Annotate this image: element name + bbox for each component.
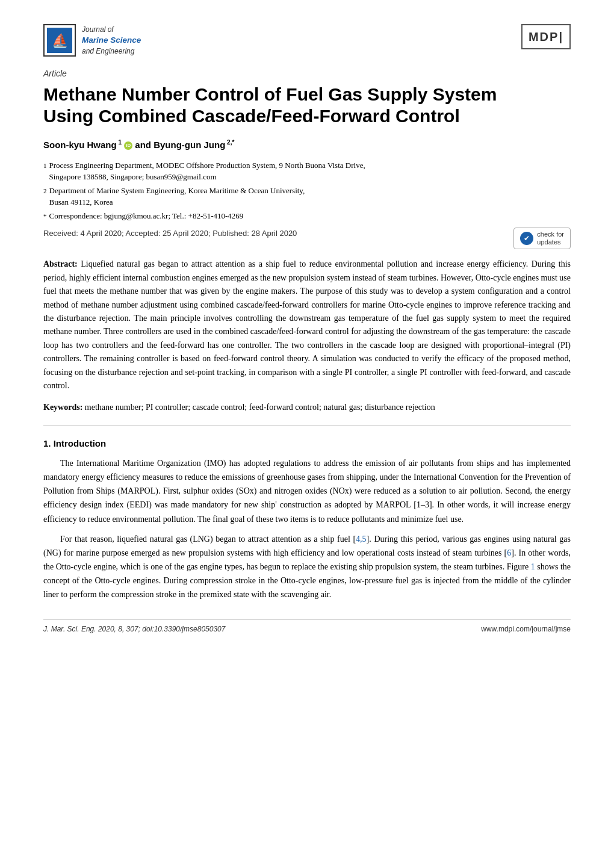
affiliation-2: 2 Department of Marine System Engineerin… [43,185,571,208]
journal-title-line2: Marine Science [82,35,141,46]
affil-text-corr: Correspondence: bgjung@kmou.ac.kr; Tel.:… [49,210,244,222]
abstract-label: Abstract: [43,259,78,268]
affil-text-2: Department of Marine System Engineering,… [49,185,305,208]
affil-num-1: 1 [43,160,47,183]
mdpi-logo: MDP| [521,24,571,49]
journal-logo-icon: ⛵ [52,31,68,51]
author-and: and Byung-gun Jung [135,140,225,150]
author1-sup: 1 [117,139,122,146]
ref-link-4-5[interactable]: 4,5 [356,535,367,544]
check-updates-icon: ✔ [520,232,533,245]
journal-title-block: Journal of Marine Science and Engineerin… [82,24,141,57]
dates-row: Received: 4 April 2020; Accepted: 25 Apr… [43,228,571,249]
keywords-label: Keywords: [43,403,82,412]
affiliation-correspondence: * Correspondence: bgjung@kmou.ac.kr; Tel… [43,210,571,222]
section1-heading: 1. Introduction [43,437,571,451]
affil-num-corr: * [43,210,47,222]
orcid-icon[interactable]: iD [124,141,132,150]
abstract-text: Abstract: Liquefied natural gas began to… [43,258,571,392]
check-updates-badge[interactable]: ✔ check for updates [513,228,571,249]
article-label: Article [43,67,571,80]
section1-para1: The International Maritime Organization … [43,456,571,525]
journal-title-line1: Journal of [82,24,141,35]
footer-doi: J. Mar. Sci. Eng. 2020, 8, 307; doi:10.3… [43,624,225,634]
main-title: Methane Number Control of Fuel Gas Suppl… [43,84,571,127]
ref-link-6[interactable]: 6 [507,548,511,557]
journal-logo-inner: ⛵ [47,28,72,53]
journal-title-line3: and Engineering [82,46,141,57]
author1-name: Soon-kyu Hwang [43,140,117,150]
journal-logo: ⛵ Journal of Marine Science and Engineer… [43,24,141,57]
check-updates-text: check for updates [537,231,564,246]
affiliations: 1 Process Engineering Department, MODEC … [43,160,571,222]
keywords-section: Keywords: methane number; PI controller;… [43,401,571,414]
author2-sup: 2,* [225,139,234,146]
ref-link-fig1[interactable]: 1 [531,562,535,571]
footer-url: www.mdpi.com/journal/jmse [481,624,571,634]
affil-text-1: Process Engineering Department, MODEC Of… [49,160,365,183]
keywords-text: methane number; PI controller; cascade c… [82,403,435,412]
abstract-section: Abstract: Liquefied natural gas began to… [43,258,571,392]
journal-logo-box: ⛵ [43,24,76,57]
page-footer: J. Mar. Sci. Eng. 2020, 8, 307; doi:10.3… [43,619,571,634]
affil-num-2: 2 [43,185,47,208]
section-divider [43,426,571,426]
section1-para2: For that reason, liquefied natural gas (… [43,532,571,601]
affiliation-1: 1 Process Engineering Department, MODEC … [43,160,571,183]
page-header: ⛵ Journal of Marine Science and Engineer… [43,24,571,57]
dates-text: Received: 4 April 2020; Accepted: 25 Apr… [43,228,297,240]
authors-line: Soon-kyu Hwang 1 iD and Byung-gun Jung 2… [43,138,571,152]
